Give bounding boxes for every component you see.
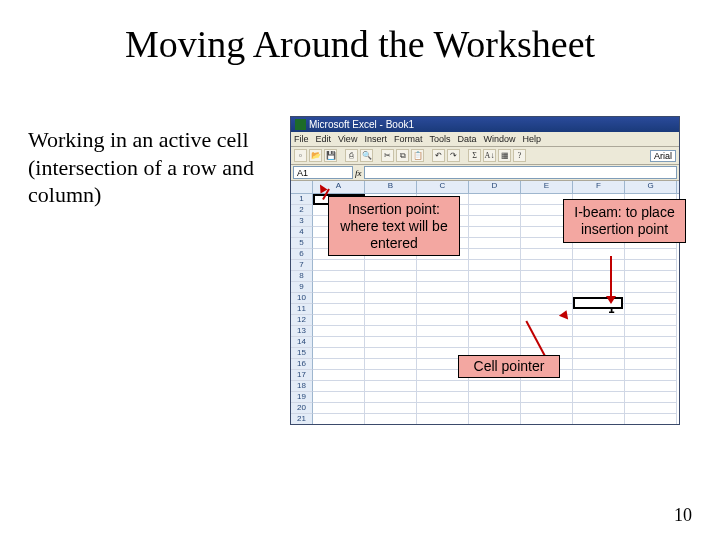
cell[interactable] (521, 249, 573, 260)
sort-asc-icon[interactable]: A↓ (483, 149, 496, 162)
cell[interactable] (625, 260, 677, 271)
cell[interactable] (573, 392, 625, 403)
col-header[interactable]: C (417, 181, 469, 193)
cell[interactable] (625, 271, 677, 282)
cell[interactable] (313, 271, 365, 282)
cell[interactable] (573, 348, 625, 359)
cell[interactable] (573, 370, 625, 381)
autosum-icon[interactable]: Σ (468, 149, 481, 162)
row-header[interactable]: 7 (291, 260, 313, 271)
menu-insert[interactable]: Insert (364, 134, 387, 144)
cell[interactable] (365, 337, 417, 348)
cell[interactable] (417, 403, 469, 414)
cell[interactable] (365, 414, 417, 424)
cell[interactable] (313, 326, 365, 337)
row-header[interactable]: 14 (291, 337, 313, 348)
cell[interactable] (417, 282, 469, 293)
cell[interactable] (313, 370, 365, 381)
menu-view[interactable]: View (338, 134, 357, 144)
cell[interactable] (625, 403, 677, 414)
cell[interactable] (469, 293, 521, 304)
menu-edit[interactable]: Edit (316, 134, 332, 144)
cut-icon[interactable]: ✂ (381, 149, 394, 162)
cell[interactable] (573, 249, 625, 260)
cell[interactable] (469, 282, 521, 293)
cell[interactable] (521, 260, 573, 271)
row-header[interactable]: 10 (291, 293, 313, 304)
cell[interactable] (625, 370, 677, 381)
row-header[interactable]: 1 (291, 194, 313, 205)
cell[interactable] (469, 260, 521, 271)
cell[interactable] (573, 315, 625, 326)
cell[interactable] (313, 293, 365, 304)
cell[interactable] (573, 403, 625, 414)
cell[interactable] (573, 337, 625, 348)
save-icon[interactable]: 💾 (324, 149, 337, 162)
cell[interactable] (365, 282, 417, 293)
print-icon[interactable]: ⎙ (345, 149, 358, 162)
cell[interactable] (573, 271, 625, 282)
cell[interactable] (521, 414, 573, 424)
cell[interactable] (521, 381, 573, 392)
row-header[interactable]: 19 (291, 392, 313, 403)
cell[interactable] (417, 315, 469, 326)
cell[interactable] (625, 293, 677, 304)
cell[interactable] (313, 337, 365, 348)
cell[interactable] (313, 403, 365, 414)
cell[interactable] (417, 337, 469, 348)
select-all-corner[interactable] (291, 181, 313, 193)
row-header[interactable]: 15 (291, 348, 313, 359)
cell[interactable] (417, 392, 469, 403)
cell[interactable] (469, 271, 521, 282)
cell[interactable] (417, 304, 469, 315)
cell[interactable] (469, 315, 521, 326)
row-header[interactable]: 20 (291, 403, 313, 414)
col-header[interactable]: G (625, 181, 677, 193)
row-header[interactable]: 3 (291, 216, 313, 227)
row-header[interactable]: 9 (291, 282, 313, 293)
menu-window[interactable]: Window (483, 134, 515, 144)
cell[interactable] (469, 194, 521, 205)
row-header[interactable]: 4 (291, 227, 313, 238)
new-icon[interactable]: ▫ (294, 149, 307, 162)
cell[interactable] (469, 403, 521, 414)
cell[interactable] (573, 282, 625, 293)
row-header[interactable]: 16 (291, 359, 313, 370)
row-header[interactable]: 5 (291, 238, 313, 249)
preview-icon[interactable]: 🔍 (360, 149, 373, 162)
cell[interactable] (365, 293, 417, 304)
cell[interactable] (521, 282, 573, 293)
cell[interactable] (625, 392, 677, 403)
row-header[interactable]: 2 (291, 205, 313, 216)
cell[interactable] (313, 392, 365, 403)
cell[interactable] (573, 359, 625, 370)
cell[interactable] (469, 326, 521, 337)
formula-input[interactable] (364, 166, 678, 179)
cell[interactable] (313, 260, 365, 271)
cell[interactable] (625, 326, 677, 337)
cell[interactable] (365, 359, 417, 370)
menu-bar[interactable]: File Edit View Insert Format Tools Data … (291, 132, 679, 147)
cell[interactable] (625, 282, 677, 293)
cell[interactable] (573, 414, 625, 424)
cell[interactable] (365, 260, 417, 271)
cell[interactable] (625, 381, 677, 392)
row-header[interactable]: 12 (291, 315, 313, 326)
cell[interactable] (365, 403, 417, 414)
cell[interactable] (417, 414, 469, 424)
cell[interactable] (313, 348, 365, 359)
cell[interactable] (313, 414, 365, 424)
cell[interactable] (521, 337, 573, 348)
cell[interactable] (625, 249, 677, 260)
cell[interactable] (365, 271, 417, 282)
cell[interactable] (365, 315, 417, 326)
paste-icon[interactable]: 📋 (411, 149, 424, 162)
cell[interactable] (313, 315, 365, 326)
undo-icon[interactable]: ↶ (432, 149, 445, 162)
col-header[interactable]: E (521, 181, 573, 193)
cell[interactable] (469, 216, 521, 227)
cell[interactable] (313, 359, 365, 370)
cell[interactable] (469, 304, 521, 315)
col-header[interactable]: F (573, 181, 625, 193)
cell[interactable] (521, 392, 573, 403)
